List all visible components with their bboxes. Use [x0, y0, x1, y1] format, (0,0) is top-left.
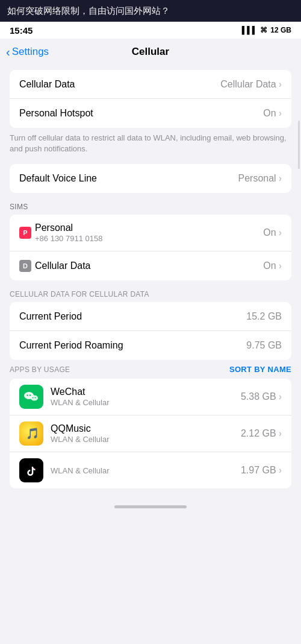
status-bar: 15:45 ▌▌▌ ⌘ 12 GB: [0, 22, 301, 39]
svg-text:🎵: 🎵: [26, 427, 39, 440]
wechat-icon: [19, 385, 43, 409]
usage-card: Current Period 15.2 GB Current Period Ro…: [10, 302, 291, 360]
tiktok-icon: [19, 458, 43, 482]
wifi-icon: ⌘: [260, 26, 267, 34]
sims-section-label: SIMs: [0, 193, 301, 215]
home-indicator: [0, 500, 301, 511]
page-title: Cellular: [132, 46, 169, 58]
wechat-usage: 5.38 GB ›: [241, 391, 282, 402]
sim-personal-value: On ›: [263, 227, 282, 238]
sims-card: P Personal +86 130 7911 0158 On › D Cell…: [10, 215, 291, 280]
cellular-data-value: Cellular Data ›: [220, 79, 282, 90]
roaming-label: Current Period Roaming: [19, 340, 123, 351]
apps-usage-header: APPS BY USAGE SORT BY NAME: [0, 360, 301, 379]
app-tiktok-row[interactable]: WLAN & Cellular 1.97 GB ›: [10, 452, 291, 488]
nav-header: ‹ Settings Cellular: [0, 39, 301, 65]
back-label: Settings: [12, 46, 49, 58]
chevron-right-icon: ›: [279, 428, 282, 439]
wechat-sub: WLAN & Cellular: [51, 398, 234, 407]
current-period-roaming-row: Current Period Roaming 9.75 GB: [10, 331, 291, 360]
hotspot-label: Personal Hotspot: [19, 108, 93, 119]
wechat-name: WeChat: [51, 387, 234, 397]
roaming-value: 9.75 GB: [246, 340, 282, 351]
voice-line-row[interactable]: Default Voice Line Personal ›: [10, 164, 291, 193]
app-wechat-row[interactable]: WeChat WLAN & Cellular 5.38 GB ›: [10, 379, 291, 415]
chevron-right-icon: ›: [279, 391, 282, 402]
current-period-value: 15.2 GB: [246, 311, 282, 322]
status-icons: ▌▌▌ ⌘ 12 GB: [242, 26, 291, 34]
sim-p-badge: P: [19, 227, 31, 239]
chevron-left-icon: ‹: [6, 45, 10, 59]
apps-card: WeChat WLAN & Cellular 5.38 GB › 🎵 QQMus…: [10, 379, 291, 488]
cellular-data-label: Cellular Data: [19, 79, 75, 90]
signal-icon: ▌▌▌: [242, 26, 258, 34]
svg-point-3: [29, 395, 31, 396]
chevron-right-icon: ›: [279, 465, 282, 476]
qqmusic-sub: WLAN & Cellular: [51, 435, 234, 444]
app-qqmusic-row[interactable]: 🎵 QQMusic WLAN & Cellular 2.12 GB ›: [10, 415, 291, 452]
svg-point-2: [26, 395, 28, 396]
top-banner: 如何突破网络限制，自由访问国外网站？: [0, 0, 301, 22]
sim-cellular-value: On ›: [263, 260, 282, 271]
back-button[interactable]: ‹ Settings: [6, 45, 49, 59]
chevron-right-icon: ›: [279, 108, 282, 119]
cellular-description: Turn off cellular data to restrict all d…: [0, 128, 301, 164]
personal-hotspot-row[interactable]: Personal Hotspot On ›: [10, 99, 291, 128]
sim-d-badge: D: [19, 260, 31, 272]
chevron-right-icon: ›: [279, 260, 282, 271]
current-period-row: Current Period 15.2 GB: [10, 302, 291, 331]
hotspot-value: On ›: [263, 108, 282, 119]
scroll-indicator: [298, 121, 300, 169]
svg-point-4: [33, 397, 34, 399]
home-bar: [114, 505, 187, 508]
chevron-right-icon: ›: [279, 173, 282, 184]
voice-line-value: Personal ›: [238, 173, 282, 184]
sim-cellular-row[interactable]: D Cellular Data On ›: [10, 251, 291, 280]
tiktok-usage: 1.97 GB ›: [241, 465, 282, 476]
qqmusic-icon: 🎵: [19, 421, 43, 446]
sim-personal-number: +86 130 7911 0158: [35, 234, 102, 243]
cellular-data-row[interactable]: Cellular Data Cellular Data ›: [10, 70, 291, 99]
voice-line-label: Default Voice Line: [19, 173, 97, 184]
main-card: Cellular Data Cellular Data › Personal H…: [10, 70, 291, 128]
battery-text: 12 GB: [270, 26, 291, 34]
apps-by-usage-label: APPS BY USAGE: [10, 365, 70, 374]
sort-by-name-button[interactable]: SORT BY NAME: [229, 365, 291, 374]
chevron-right-icon: ›: [279, 79, 282, 90]
sim-personal-name: Personal: [35, 223, 102, 233]
sim-cellular-name: Cellular Data: [35, 260, 90, 271]
status-time: 15:45: [10, 25, 33, 36]
chevron-right-icon: ›: [279, 227, 282, 238]
qqmusic-name: QQMusic: [51, 423, 234, 434]
svg-point-1: [31, 396, 38, 401]
cellular-data-usage-label: CELLULAR DATA FOR CELLULAR DATA: [0, 280, 301, 302]
svg-rect-8: [23, 462, 39, 478]
tiktok-sub: WLAN & Cellular: [51, 466, 234, 475]
banner-text: 如何突破网络限制，自由访问国外网站？: [7, 5, 170, 17]
svg-point-5: [35, 397, 36, 399]
voice-line-card: Default Voice Line Personal ›: [10, 164, 291, 193]
current-period-label: Current Period: [19, 311, 82, 322]
qqmusic-usage: 2.12 GB ›: [241, 428, 282, 439]
sim-personal-row[interactable]: P Personal +86 130 7911 0158 On ›: [10, 215, 291, 251]
